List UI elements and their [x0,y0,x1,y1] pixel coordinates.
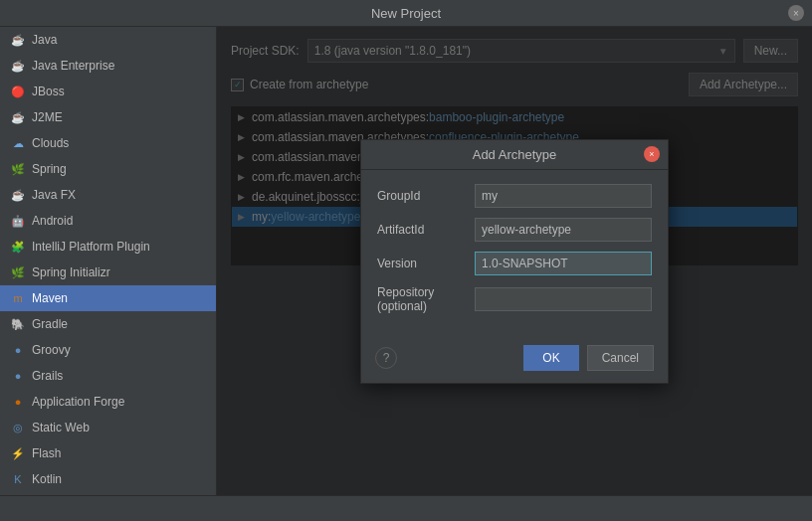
form-row-version: Version [377,252,652,275]
sidebar-item-flash[interactable]: ⚡Flash [0,440,216,466]
modal-title-bar: Add Archetype × [361,140,668,170]
add-archetype-dialog: Add Archetype × GroupIdArtifactIdVersion… [360,139,669,384]
form-row-repository: Repository (optional) [377,285,652,313]
intellij-icon: 🧩 [10,239,26,255]
form-row-artifactId: ArtifactId [377,218,652,242]
form-input-repository[interactable] [475,287,652,311]
sidebar-item-label-groovy: Groovy [32,343,71,357]
dialog-title: New Project [371,6,441,21]
sidebar-item-label-javafx: Java FX [32,188,76,202]
main-content: ☕Java☕Java Enterprise🔴JBoss☕J2ME☁Clouds🌿… [0,27,812,495]
java-enterprise-icon: ☕ [10,58,26,74]
sidebar-item-label-intellij: IntelliJ Platform Plugin [32,240,150,254]
sidebar-item-clouds[interactable]: ☁Clouds [0,130,216,156]
sidebar-item-label-gradle: Gradle [32,317,68,331]
sidebar-item-spring[interactable]: 🌿Spring [0,156,216,182]
modal-footer: ? OK Cancel [361,337,668,383]
sidebar-item-label-app-forge: Application Forge [32,395,124,409]
javafx-icon: ☕ [10,187,26,203]
sidebar-item-label-j2me: J2ME [32,110,63,124]
static-web-icon: ◎ [10,420,26,435]
sidebar-item-label-jboss: JBoss [32,85,65,98]
cancel-button[interactable]: Cancel [587,345,654,371]
sidebar-item-java[interactable]: ☕Java [0,27,216,53]
jboss-icon: 🔴 [10,84,26,99]
kotlin-icon: K [10,471,26,487]
j2me-icon: ☕ [10,109,26,125]
form-label-artifactId: ArtifactId [377,223,467,237]
clouds-icon: ☁ [10,135,26,151]
sidebar-item-label-java: Java [32,33,57,47]
title-close-button[interactable]: × [788,5,804,21]
android-icon: 🤖 [10,213,26,229]
sidebar-item-j2me[interactable]: ☕J2ME [0,104,216,130]
form-label-repository: Repository (optional) [377,285,467,313]
flash-icon: ⚡ [10,445,26,461]
sidebar-item-label-clouds: Clouds [32,136,69,150]
title-bar: New Project × [0,0,812,27]
sidebar-item-label-java-enterprise: Java Enterprise [32,59,114,73]
maven-icon: m [10,290,26,306]
sidebar-item-label-spring: Spring [32,162,67,176]
spring-icon: 🌿 [10,161,26,177]
sidebar-item-label-grails: Grails [32,369,63,383]
sidebar-item-android[interactable]: 🤖Android [0,208,216,234]
sidebar-item-label-kotlin: Kotlin [32,472,62,486]
sidebar-item-label-maven: Maven [32,291,68,305]
sidebar-item-label-android: Android [32,214,73,228]
ok-button[interactable]: OK [523,345,578,371]
sidebar-item-spring-init[interactable]: 🌿Spring Initializr [0,260,216,285]
form-input-version[interactable] [475,252,652,275]
modal-close-button[interactable]: × [644,146,660,162]
sidebar-item-label-flash: Flash [32,446,61,460]
sidebar-item-javafx[interactable]: ☕Java FX [0,182,216,208]
modal-backdrop: Add Archetype × GroupIdArtifactIdVersion… [217,27,812,495]
gradle-icon: 🐘 [10,316,26,332]
groovy-icon: ● [10,342,26,358]
sidebar-item-groovy[interactable]: ●Groovy [0,337,216,363]
java-icon: ☕ [10,32,26,48]
form-label-groupId: GroupId [377,189,467,203]
sidebar-item-jboss[interactable]: 🔴JBoss [0,79,216,104]
sidebar-item-kotlin[interactable]: KKotlin [0,466,216,492]
bottom-bar [0,495,812,521]
form-input-artifactId[interactable] [475,218,652,242]
sidebar-item-app-forge[interactable]: ●Application Forge [0,389,216,415]
sidebar-item-intellij[interactable]: 🧩IntelliJ Platform Plugin [0,234,216,260]
spring-init-icon: 🌿 [10,264,26,280]
sidebar-item-label-spring-init: Spring Initializr [32,265,110,279]
form-label-version: Version [377,257,467,270]
sidebar: ☕Java☕Java Enterprise🔴JBoss☕J2ME☁Clouds🌿… [0,27,217,495]
sidebar-item-java-enterprise[interactable]: ☕Java Enterprise [0,53,216,79]
app-forge-icon: ● [10,394,26,410]
sidebar-item-maven[interactable]: mMaven [0,285,216,311]
grails-icon: ● [10,368,26,384]
modal-title: Add Archetype [473,147,557,162]
modal-body: GroupIdArtifactIdVersionRepository (opti… [361,170,668,337]
form-row-groupId: GroupId [377,184,652,208]
sidebar-item-label-static-web: Static Web [32,421,90,434]
right-panel: Project SDK: 1.8 (java version "1.8.0_18… [217,27,812,495]
sidebar-item-static-web[interactable]: ◎Static Web [0,415,216,440]
sidebar-item-grails[interactable]: ●Grails [0,363,216,389]
help-button[interactable]: ? [375,347,397,369]
form-input-groupId[interactable] [475,184,652,208]
sidebar-item-gradle[interactable]: 🐘Gradle [0,311,216,337]
